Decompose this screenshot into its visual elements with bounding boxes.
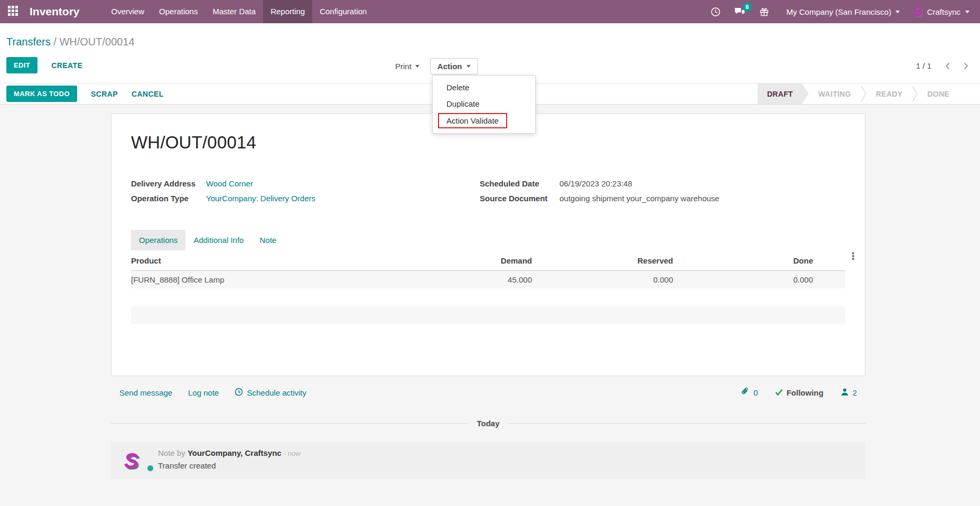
tab-operations[interactable]: Operations <box>131 230 185 250</box>
menu-item-duplicate[interactable]: Duplicate <box>433 96 535 112</box>
chatter-stats: 0 Following 2 <box>741 387 857 398</box>
chevron-down-icon <box>895 11 900 13</box>
following-toggle[interactable]: Following <box>775 388 824 397</box>
action-dropdown-button[interactable]: Action <box>430 58 478 74</box>
chevron-down-icon <box>466 65 471 68</box>
schedule-activity-button[interactable]: Schedule activity <box>235 388 306 398</box>
scrap-button[interactable]: SCRAP <box>91 90 118 98</box>
operation-type-label: Operation Type <box>131 194 206 203</box>
user-menu[interactable]: S Craftsync <box>913 5 969 18</box>
log-note-button[interactable]: Log note <box>188 388 219 397</box>
field-operation-type: Operation Type YourCompany: Delivery Ord… <box>131 194 480 203</box>
nav-item-master-data[interactable]: Master Data <box>205 0 263 23</box>
schedule-clock-icon <box>235 388 243 398</box>
messages-icon[interactable]: 8 <box>734 7 745 16</box>
stage-done[interactable]: DONE <box>918 83 959 104</box>
operations-table: Product Demand Reserved Done [FURN_8888]… <box>131 251 845 324</box>
chevron-down-icon <box>965 11 969 13</box>
chatter-message: S Note by YourCompany, Craftsync - now T… <box>111 442 865 479</box>
breadcrumb-current: WH/OUT/00014 <box>59 36 134 48</box>
operation-type-value[interactable]: YourCompany: Delivery Orders <box>206 194 315 203</box>
company-switcher[interactable]: My Company (San Francisco) <box>787 7 900 16</box>
mark-as-todo-button[interactable]: MARK AS TODO <box>6 86 77 102</box>
stage-ready[interactable]: READY <box>866 83 912 104</box>
center-actions: Print Action <box>393 58 478 74</box>
followers-button[interactable]: 2 <box>841 388 857 398</box>
table-header-row: Product Demand Reserved Done <box>131 251 845 271</box>
activities-icon[interactable] <box>711 7 721 17</box>
chatter: Send message Log note Schedule activity <box>111 376 865 479</box>
pager-next-icon[interactable] <box>964 62 968 70</box>
create-button[interactable]: CREATE <box>51 61 82 70</box>
column-done: Done <box>673 251 813 271</box>
delivery-address-value[interactable]: Wood Corner <box>206 179 253 188</box>
attachment-count: 0 <box>753 388 758 397</box>
menu-item-delete[interactable]: Delete <box>433 79 535 96</box>
cell-done: 0.000 <box>673 271 813 289</box>
cell-product: [FURN_8888] Office Lamp <box>131 271 400 289</box>
pager: 1 / 1 <box>916 61 968 70</box>
action-dropdown-menu: Delete Duplicate Action Validate <box>432 75 536 134</box>
chevron-down-icon <box>415 65 419 68</box>
user-name: Craftsync <box>927 7 960 16</box>
field-group-right: Scheduled Date 06/19/2023 20:23:48 Sourc… <box>480 179 845 209</box>
action-label: Action <box>437 62 462 71</box>
tab-note[interactable]: Note <box>251 230 284 250</box>
source-document-value: outgoing shipment your_company warehouse <box>559 194 720 203</box>
message-content: Note by YourCompany, Craftsync - now Tra… <box>158 448 301 471</box>
apps-menu-button[interactable] <box>0 0 25 23</box>
breadcrumb-transfers-link[interactable]: Transfers <box>6 36 51 48</box>
nav-item-reporting[interactable]: Reporting <box>263 0 312 23</box>
user-avatar: S <box>913 5 922 18</box>
stage-waiting[interactable]: WAITING <box>809 83 861 104</box>
message-body: Transfer created <box>158 461 301 470</box>
empty-row <box>131 306 845 324</box>
print-dropdown-button[interactable]: Print <box>393 59 422 74</box>
edit-button[interactable]: EDIT <box>6 57 38 73</box>
divider-label: Today <box>477 419 499 428</box>
breadcrumb-separator: / <box>53 36 57 48</box>
apps-grid-icon <box>8 6 18 18</box>
record-title: WH/OUT/00014 <box>131 133 845 153</box>
schedule-activity-label: Schedule activity <box>247 388 306 397</box>
stage-draft[interactable]: DRAFT <box>758 83 809 104</box>
chatter-buttons: Send message Log note Schedule activity <box>119 388 306 398</box>
cancel-button[interactable]: CANCEL <box>132 90 164 98</box>
following-label: Following <box>787 388 824 397</box>
nav-item-overview[interactable]: Overview <box>104 0 152 23</box>
message-prefix: Note by <box>158 448 185 457</box>
table-row[interactable]: [FURN_8888] Office Lamp 45.000 0.000 0.0… <box>131 271 845 289</box>
form-sheet: WH/OUT/00014 Delivery Address Wood Corne… <box>111 114 865 376</box>
check-icon <box>775 388 783 397</box>
scheduled-date-label: Scheduled Date <box>480 179 559 188</box>
status-pipeline: DRAFT WAITING READY DONE <box>758 83 959 104</box>
record-buttons: EDIT CREATE <box>6 57 82 73</box>
column-demand: Demand <box>400 251 532 271</box>
message-header: Note by YourCompany, Craftsync - now <box>158 448 301 457</box>
print-label: Print <box>395 62 412 71</box>
source-document-label: Source Document <box>480 194 559 203</box>
nav-right-section: 8 My Company (San Francisco) S Craftsync <box>704 0 980 23</box>
send-message-button[interactable]: Send message <box>119 388 172 397</box>
nav-item-configuration[interactable]: Configuration <box>312 0 374 23</box>
attachments-button[interactable]: 0 <box>741 387 758 398</box>
statusbar-buttons: MARK AS TODO SCRAP CANCEL <box>6 86 164 102</box>
nav-item-operations[interactable]: Operations <box>152 0 205 23</box>
optional-columns-icon[interactable]: ⋮ <box>848 250 858 262</box>
field-scheduled-date: Scheduled Date 06/19/2023 20:23:48 <box>480 179 845 188</box>
message-avatar: S <box>124 448 150 471</box>
top-navbar: Inventory Overview Operations Master Dat… <box>0 0 980 23</box>
tab-additional-info[interactable]: Additional Info <box>185 230 251 250</box>
field-grid: Delivery Address Wood Corner Operation T… <box>131 179 845 209</box>
nav-menu: Overview Operations Master Data Reportin… <box>104 0 375 23</box>
pager-previous-icon[interactable] <box>945 62 950 70</box>
pager-value[interactable]: 1 / 1 <box>916 61 931 70</box>
menu-item-action-validate[interactable]: Action Validate <box>433 112 535 129</box>
breadcrumb: Transfers / WH/OUT/00014 <box>6 36 135 48</box>
scheduled-date-value: 06/19/2023 20:23:48 <box>559 179 632 188</box>
divider-line <box>111 423 469 424</box>
gift-icon[interactable] <box>759 7 769 17</box>
chatter-toolbar: Send message Log note Schedule activity <box>111 376 865 398</box>
column-product: Product <box>131 251 400 271</box>
person-icon <box>841 388 849 398</box>
